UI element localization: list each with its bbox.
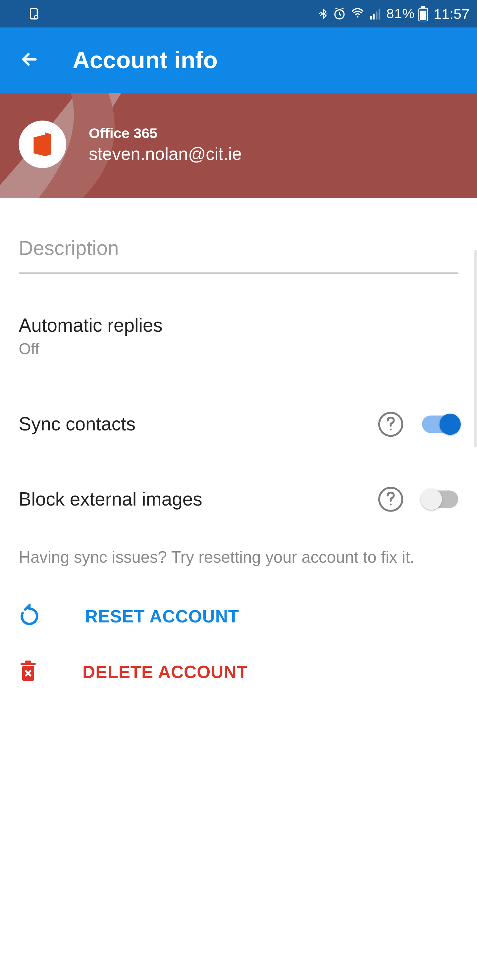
device-lock-icon	[27, 7, 41, 21]
svg-rect-9	[379, 9, 380, 19]
reset-account-label: RESET ACCOUNT	[85, 607, 239, 627]
svg-rect-8	[376, 11, 377, 19]
app-bar: Account info	[0, 27, 477, 93]
scroll-indicator[interactable]	[474, 250, 477, 447]
svg-point-15	[390, 429, 392, 430]
svg-point-1	[34, 16, 38, 19]
svg-rect-12	[420, 11, 427, 20]
bluetooth-icon	[317, 7, 329, 21]
automatic-replies-status: Off	[19, 340, 163, 358]
svg-point-16	[390, 504, 392, 505]
block-external-images-row: Block external images	[19, 459, 458, 533]
account-email: steven.nolan@cit.ie	[89, 144, 242, 164]
svg-rect-18	[21, 663, 35, 665]
svg-point-3	[326, 13, 327, 14]
description-field[interactable]	[19, 237, 458, 274]
sync-issues-hint: Having sync issues? Try resetting your a…	[19, 548, 458, 568]
account-avatar	[19, 121, 66, 168]
automatic-replies-row[interactable]: Automatic replies Off	[19, 274, 458, 377]
svg-point-5	[357, 16, 358, 18]
wifi-icon	[350, 7, 365, 21]
svg-marker-13	[45, 132, 51, 156]
back-arrow-icon[interactable]	[19, 48, 40, 72]
help-icon[interactable]	[378, 487, 403, 512]
svg-rect-7	[373, 14, 374, 19]
delete-account-label: DELETE ACCOUNT	[83, 662, 248, 682]
delete-account-button[interactable]: DELETE ACCOUNT	[19, 660, 458, 685]
automatic-replies-title: Automatic replies	[19, 315, 163, 336]
page-title: Account info	[73, 47, 218, 74]
block-external-images-toggle[interactable]	[422, 491, 458, 508]
alarm-icon	[333, 7, 346, 21]
sync-contacts-toggle[interactable]	[422, 415, 458, 433]
help-icon[interactable]	[378, 412, 403, 437]
trash-icon	[19, 660, 38, 685]
sync-contacts-title: Sync contacts	[19, 414, 136, 435]
clock-time: 11:57	[434, 5, 470, 22]
status-bar: 81% 11:57	[0, 0, 477, 27]
battery-icon	[418, 6, 428, 21]
svg-rect-6	[370, 16, 372, 19]
account-hero: Office 365 steven.nolan@cit.ie	[0, 93, 477, 198]
description-input[interactable]	[19, 237, 458, 260]
block-external-images-title: Block external images	[19, 489, 203, 510]
sync-contacts-row: Sync contacts	[19, 377, 458, 459]
account-provider: Office 365	[89, 125, 242, 142]
battery-percent: 81%	[386, 6, 415, 22]
svg-point-2	[319, 13, 320, 14]
svg-rect-19	[25, 660, 31, 663]
reset-account-button[interactable]: RESET ACCOUNT	[19, 604, 458, 630]
office-icon	[30, 130, 54, 158]
reset-icon	[19, 604, 40, 630]
signal-icon	[369, 7, 383, 21]
